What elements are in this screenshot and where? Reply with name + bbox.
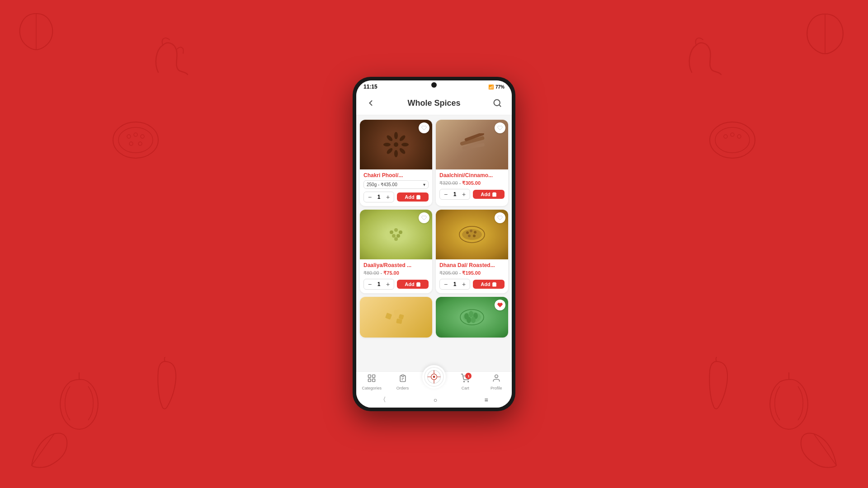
svg-point-4: [127, 135, 131, 138]
nav-categories[interactable]: Categories: [360, 374, 383, 390]
svg-point-35: [392, 234, 396, 238]
svg-point-7: [129, 142, 133, 145]
battery-icon: 77%: [495, 84, 505, 89]
back-button[interactable]: [363, 96, 378, 110]
profile-label: Profile: [491, 386, 502, 390]
add-btn-daaliya[interactable]: Add: [397, 280, 429, 289]
product-name-chakri: Chakri Phool/...: [363, 172, 429, 178]
add-btn-daalchini[interactable]: Add: [473, 190, 505, 199]
cart-badge-count: 1: [465, 373, 472, 379]
svg-rect-63: [401, 375, 404, 376]
product-grid: Chakri Phool/... 250g - ₹435.00 ▾ − 1 +: [360, 120, 508, 338]
svg-point-45: [473, 235, 476, 237]
gesture-bar: 〈 ○ ≡: [356, 393, 512, 408]
svg-point-5: [134, 133, 137, 136]
svg-point-11: [724, 135, 727, 138]
qty-plus-daaliya[interactable]: +: [384, 280, 392, 288]
qty-value-chakri: 1: [376, 194, 382, 200]
svg-point-55: [469, 311, 473, 317]
wishlist-btn-chakri[interactable]: [419, 122, 429, 133]
page-title: Whole Spices: [407, 99, 460, 108]
svg-point-9: [710, 122, 755, 158]
wishlist-btn-dhana[interactable]: [495, 212, 505, 223]
svg-point-6: [141, 135, 144, 138]
svg-point-58: [467, 317, 471, 323]
svg-point-33: [394, 228, 398, 232]
svg-point-44: [468, 235, 471, 237]
svg-rect-51: [396, 319, 402, 324]
svg-point-75: [495, 375, 498, 378]
svg-point-12: [731, 133, 734, 136]
qty-minus-daalchini[interactable]: −: [442, 190, 450, 198]
svg-rect-59: [368, 375, 371, 378]
add-btn-chakri[interactable]: Add: [397, 192, 429, 202]
home-logo-inner: [424, 367, 444, 387]
qty-minus-dhana[interactable]: −: [442, 280, 450, 288]
gesture-back[interactable]: 〈: [380, 396, 386, 404]
product-info-daalchini: Daalchini/Cinnamo... ₹320.00 - ₹305.00 −…: [436, 169, 508, 203]
nav-profile[interactable]: Profile: [485, 374, 508, 390]
add-btn-dhana[interactable]: Add: [473, 280, 505, 289]
svg-point-37: [394, 237, 398, 241]
qty-control-chakri: − 1 +: [363, 192, 394, 202]
cart-icon: 1: [461, 374, 470, 385]
wishlist-btn-daalchini[interactable]: [495, 122, 505, 133]
qty-plus-daalchini[interactable]: +: [460, 190, 468, 198]
gesture-menu[interactable]: ≡: [485, 396, 488, 404]
svg-rect-60: [373, 375, 375, 378]
svg-point-18: [394, 132, 398, 139]
svg-point-23: [386, 147, 393, 155]
qty-plus-chakri[interactable]: +: [384, 193, 392, 201]
product-card-dhana-dal: Dhana Dal/ Roasted... ₹205.00 - ₹195.00 …: [436, 210, 508, 293]
nav-home-logo[interactable]: [422, 365, 446, 389]
qty-minus-chakri[interactable]: −: [366, 193, 374, 201]
wishlist-btn-daaliya[interactable]: [419, 212, 429, 223]
categories-label: Categories: [362, 386, 382, 390]
svg-point-34: [399, 230, 402, 234]
svg-point-20: [401, 143, 409, 146]
svg-rect-62: [373, 379, 375, 382]
qty-control-dhana: − 1 +: [439, 279, 470, 290]
svg-point-13: [737, 135, 741, 138]
svg-point-43: [474, 231, 476, 234]
product-card-crystal: [360, 297, 432, 338]
search-button[interactable]: [490, 96, 505, 110]
product-image-container-dhana: [436, 210, 508, 259]
qty-value-daaliya: 1: [376, 281, 382, 287]
svg-point-32: [390, 230, 393, 234]
camera-notch: [431, 82, 437, 88]
product-image-container: [360, 120, 432, 169]
svg-point-42: [470, 230, 472, 232]
qty-add-row-chakri: − 1 + Add: [363, 192, 429, 202]
product-image-container-daaliya: [360, 210, 432, 259]
bottom-nav: Categories Orders: [356, 371, 512, 393]
nav-cart[interactable]: 1 Cart: [454, 374, 476, 390]
qty-control-daaliya: − 1 +: [363, 279, 394, 290]
orders-label: Orders: [396, 386, 409, 390]
cart-label: Cart: [462, 386, 469, 390]
svg-line-14: [32, 434, 54, 465]
qty-control-daalchini: − 1 +: [439, 189, 470, 200]
wifi-icon: 📶: [488, 84, 494, 89]
qty-minus-daaliya[interactable]: −: [366, 280, 374, 288]
product-name-daaliya: Daaliya/Roasted ...: [363, 262, 429, 268]
svg-rect-61: [368, 379, 371, 382]
svg-point-36: [396, 234, 400, 238]
gesture-home[interactable]: ○: [434, 396, 437, 404]
qty-plus-dhana[interactable]: +: [460, 280, 468, 288]
product-price-dhana: ₹205.00 - ₹195.00: [439, 270, 505, 276]
status-icons: 📶 77%: [488, 84, 505, 89]
svg-point-19: [399, 134, 406, 142]
wishlist-btn-cardamom[interactable]: [495, 300, 505, 310]
svg-point-21: [399, 147, 406, 155]
size-selector-chakri[interactable]: 250g - ₹435.00 ▾: [363, 180, 429, 189]
product-info-dhana: Dhana Dal/ Roasted... ₹205.00 - ₹195.00 …: [436, 259, 508, 293]
product-price-daalchini: ₹320.00 - ₹305.00: [439, 180, 505, 186]
product-card-chakri-phool: Chakri Phool/... 250g - ₹435.00 ▾ − 1 +: [360, 120, 432, 206]
product-image-container-daalchini: [436, 120, 508, 169]
svg-line-15: [814, 434, 836, 465]
top-bar: Whole Spices: [356, 92, 512, 115]
svg-line-17: [499, 105, 501, 107]
nav-orders[interactable]: Orders: [392, 374, 414, 390]
qty-add-row-daaliya: − 1 + Add: [363, 279, 429, 290]
